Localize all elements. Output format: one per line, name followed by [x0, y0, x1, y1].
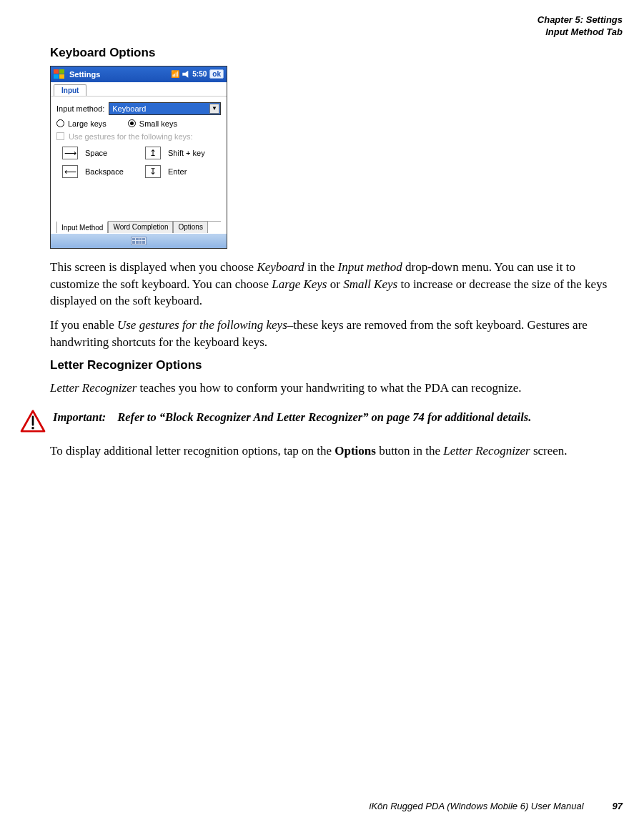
pda-screenshot: Settings 📶 5:50 ok Input Input method: K… [50, 66, 227, 249]
footer-title: iKôn Rugged PDA (Windows Mobile 6) User … [370, 801, 584, 811]
gesture-shift-label: Shift + key [168, 149, 225, 157]
tab-options[interactable]: Options [173, 221, 207, 233]
gesture-space-icon: ⟶ [62, 147, 78, 159]
paragraph-4: To display additional letter recognition… [50, 443, 623, 460]
tab-input-method[interactable]: Input Method [56, 221, 108, 233]
svg-point-2 [31, 427, 34, 430]
tab-word-completion[interactable]: Word Completion [108, 221, 173, 233]
paragraph-2: If you enable Use gestures for the follo… [50, 317, 623, 351]
radio-small-keys[interactable]: Small keys [128, 119, 177, 128]
dropdown-value: Keyboard [112, 104, 146, 113]
page-number: 97 [613, 801, 623, 811]
radio-large-keys[interactable]: Large keys [56, 119, 106, 128]
tab-input[interactable]: Input [54, 84, 86, 96]
device-softbar [51, 234, 227, 248]
windows-flag-icon [54, 69, 65, 79]
gestures-label: Use gestures for the following keys: [69, 132, 193, 141]
important-text: Refer to “Block Recognizer And Letter Re… [117, 410, 531, 424]
clock-text: 5:50 [192, 70, 207, 78]
paragraph-1: This screen is displayed when you choose… [50, 259, 623, 310]
large-keys-label: Large keys [68, 119, 106, 128]
device-body: Input method: Keyboard ▼ Large keys Smal… [51, 97, 227, 234]
speaker-icon [182, 71, 189, 78]
keyboard-sip-icon[interactable] [131, 237, 147, 245]
page-footer: iKôn Rugged PDA (Windows Mobile 6) User … [50, 801, 623, 811]
gesture-space-label: Space [85, 149, 142, 157]
gesture-enter-icon: ↧ [145, 165, 161, 178]
header-chapter: Chapter 5: Settings [50, 14, 623, 26]
heading-keyboard-options: Keyboard Options [50, 46, 623, 60]
gesture-backspace-label: Backspace [85, 167, 142, 176]
header-section: Input Method Tab [50, 26, 623, 39]
device-tray: 📶 5:50 ok [171, 69, 224, 79]
checkbox-gestures[interactable]: Use gestures for the following keys: [56, 132, 221, 141]
important-callout: Important: Refer to “Block Recognizer An… [20, 410, 623, 433]
device-title: Settings [69, 70, 171, 79]
heading-letter-recognizer: Letter Recognizer Options [50, 358, 623, 372]
warning-triangle-icon [20, 410, 46, 433]
device-titlebar: Settings 📶 5:50 ok [51, 66, 227, 82]
app-tabbar: Input [51, 82, 227, 97]
signal-icon: 📶 [171, 70, 179, 78]
radio-checked-icon [128, 119, 136, 127]
ok-button[interactable]: ok [209, 69, 224, 79]
bottom-tabs: Input Method Word Completion Options [56, 221, 221, 234]
page-header: Chapter 5: Settings Input Method Tab [50, 14, 623, 39]
paragraph-3: Letter Recognizer teaches you how to con… [50, 380, 623, 397]
gesture-enter-label: Enter [168, 167, 225, 176]
input-method-label: Input method: [56, 104, 104, 113]
gesture-shift-icon: ↥ [145, 147, 161, 159]
checkbox-unchecked-icon [56, 132, 64, 140]
chevron-down-icon: ▼ [209, 104, 219, 114]
small-keys-label: Small keys [139, 119, 177, 128]
input-method-dropdown[interactable]: Keyboard ▼ [109, 102, 221, 115]
important-label: Important: [53, 410, 114, 425]
radio-unchecked-icon [56, 119, 64, 127]
gesture-backspace-icon: ⟵ [62, 165, 78, 178]
